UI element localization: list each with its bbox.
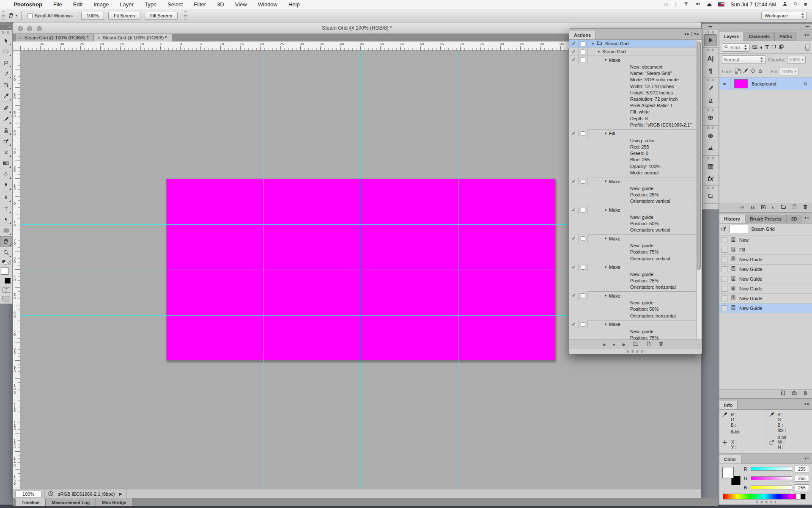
action-label[interactable]: Steam Grid — [602, 49, 626, 54]
panel-icon-navigator[interactable] — [704, 130, 717, 142]
new-set-folder-icon[interactable] — [633, 342, 639, 348]
input-language-flag-icon[interactable] — [718, 2, 724, 7]
menu-clock[interactable]: Sun Jul 7 12:44 AM — [730, 2, 776, 8]
channel-value-field[interactable]: 255 — [795, 466, 809, 472]
opacity-field[interactable]: 100% — [787, 56, 806, 64]
new-document-from-state-icon[interactable] — [780, 390, 786, 398]
tool-eraser[interactable] — [0, 146, 12, 157]
action-dialog-checkbox[interactable] — [579, 206, 588, 214]
bottom-tab-timeline[interactable]: Timeline — [16, 498, 46, 506]
tool-move[interactable] — [0, 35, 12, 46]
tab-paths[interactable]: Paths — [775, 32, 797, 41]
spectrum-black-swatch[interactable] — [801, 494, 805, 499]
status-info-box[interactable]: sRGB IEC61966-2.1 (8bpc) ▶ — [48, 489, 127, 498]
checkbox[interactable] — [581, 58, 585, 62]
disclosure-triangle-icon[interactable]: ▼ — [597, 50, 601, 54]
action-label[interactable]: Fill — [609, 131, 615, 136]
tool-rectangle-shape[interactable] — [0, 225, 12, 236]
play-selection-button[interactable]: ▶ — [623, 342, 626, 347]
checkbox[interactable] — [581, 293, 585, 298]
history-item-5[interactable]: New Guide — [719, 274, 812, 284]
color-slider-track[interactable] — [751, 476, 792, 480]
menu-item-select[interactable]: Select — [167, 1, 183, 8]
tab-actions[interactable]: Actions — [569, 30, 596, 39]
action-dialog-checkbox[interactable] — [579, 130, 588, 138]
actions-scroll-thumb[interactable] — [697, 41, 701, 270]
history-brush-source-checkbox[interactable] — [721, 237, 727, 243]
action-include-check[interactable]: ✓ — [569, 48, 579, 55]
action-row-step[interactable]: ✓▼Make — [569, 206, 696, 214]
tool-lasso[interactable] — [0, 57, 12, 68]
delete-state-icon[interactable] — [803, 390, 808, 398]
strip-grip[interactable] — [706, 31, 715, 33]
zoom-level-field[interactable]: 100% — [15, 491, 41, 497]
panel-icon-clone-source[interactable] — [704, 94, 717, 106]
quick-mask-button[interactable] — [3, 287, 10, 293]
checkbox[interactable] — [581, 236, 585, 241]
filter-smart-objects-icon[interactable] — [779, 44, 784, 50]
checkbox[interactable] — [581, 41, 585, 46]
color-slider-knob[interactable] — [790, 489, 794, 493]
tool-type[interactable]: T — [0, 203, 12, 214]
layer-style-fx-icon[interactable]: fx — [751, 205, 755, 210]
fill-field[interactable]: 100% — [780, 68, 798, 75]
new-action-icon[interactable] — [646, 341, 651, 348]
history-item-6[interactable]: New Guide — [719, 284, 812, 294]
tool-eyedropper[interactable] — [0, 90, 12, 101]
lock-position-icon[interactable] — [750, 68, 756, 75]
menu-item-filter[interactable]: Filter — [194, 1, 206, 8]
disclosure-triangle-icon[interactable]: ▼ — [591, 42, 595, 46]
spectrum-white-swatch[interactable] — [796, 494, 801, 499]
tool-zoom[interactable] — [0, 247, 12, 258]
menu-item-type[interactable]: Type — [145, 1, 156, 8]
color-slider-track[interactable] — [751, 486, 792, 489]
action-label[interactable]: Make — [609, 322, 620, 327]
new-adjustment-layer-icon[interactable]: ◐ — [772, 204, 775, 210]
history-item-4[interactable]: New Guide — [719, 265, 812, 274]
time-machine-icon[interactable]: ↺ — [664, 1, 668, 8]
tool-crop[interactable] — [0, 79, 12, 90]
action-include-check[interactable]: ✓ — [569, 177, 579, 185]
spotlight-search-icon[interactable] — [793, 2, 798, 8]
tool-brush[interactable] — [0, 113, 12, 124]
history-item-1[interactable]: New — [719, 235, 812, 245]
checkbox[interactable] — [581, 265, 585, 270]
history-brush-source-checkbox[interactable] — [721, 276, 727, 282]
history-brush-source-checkbox[interactable] — [721, 257, 727, 262]
volume-icon[interactable] — [695, 1, 701, 8]
filter-adjustment-layers-icon[interactable]: ◐ — [760, 44, 763, 50]
document-tab-2[interactable]: ×Steam Grid @ 100% (RGB/8) * — [94, 34, 172, 41]
menu-item-photoshop[interactable]: Photoshop — [14, 1, 42, 8]
tools-collapse-button[interactable]: » — [0, 25, 12, 30]
disclosure-triangle-icon[interactable]: ▼ — [604, 132, 607, 135]
tab-3d[interactable]: 3D — [787, 214, 802, 223]
close-tab-icon[interactable]: × — [97, 35, 100, 40]
actual-pixels-button[interactable]: 100% — [81, 12, 104, 20]
action-include-check[interactable]: ✓ — [569, 206, 579, 214]
tool-clone-stamp[interactable] — [0, 124, 12, 135]
close-tab-icon[interactable]: × — [19, 35, 22, 40]
menu-item-file[interactable]: File — [53, 1, 62, 8]
action-dialog-checkbox[interactable] — [579, 40, 588, 47]
disclosure-triangle-icon[interactable]: ▼ — [604, 265, 607, 269]
fit-screen-button[interactable]: Fit Screen — [108, 12, 140, 20]
strip-grip[interactable] — [706, 157, 715, 159]
tool-rectangular-marquee[interactable] — [0, 46, 12, 57]
disclosure-triangle-icon[interactable]: ▼ — [604, 323, 607, 326]
tool-history-brush[interactable] — [0, 135, 12, 146]
tools-grip[interactable] — [2, 31, 10, 34]
action-include-check[interactable]: ✓ — [569, 292, 579, 300]
actions-resize-grip[interactable] — [626, 350, 645, 353]
history-item-label[interactable]: New — [739, 237, 749, 243]
color-spectrum-ramp[interactable] — [723, 494, 806, 500]
foreground-color-swatch[interactable] — [1, 268, 8, 274]
action-label[interactable]: Make — [609, 58, 620, 63]
collapse-dock-icon[interactable]: ▸▸ — [806, 24, 809, 28]
blend-mode-dropdown[interactable]: Normal — [722, 55, 766, 64]
filter-shape-layers-icon[interactable] — [771, 44, 776, 50]
action-include-check[interactable]: ✓ — [569, 40, 579, 47]
disclosure-triangle-icon[interactable]: ▼ — [604, 294, 607, 298]
action-include-check[interactable]: ✓ — [569, 235, 579, 243]
checkbox[interactable] — [581, 50, 585, 54]
bluetooth-icon[interactable]: ᛒ — [674, 2, 678, 8]
